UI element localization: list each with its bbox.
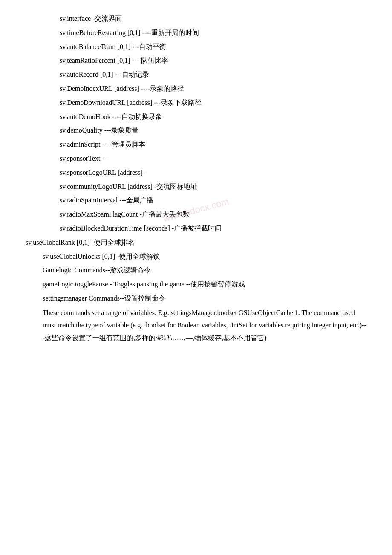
line-sv-communitylogourl: sv.communityLogoURL [address] -交流图标地址: [26, 181, 366, 193]
line-gamelogic-togglepause: gameLogic.togglePause - Toggles pausing …: [26, 278, 366, 291]
line-sv-adminscript: sv.adminScript ----管理员脚本: [26, 139, 366, 151]
main-content: sv.interface -交流界面 sv.timeBeforeRestarti…: [26, 13, 366, 344]
line-sv-sponsorlogourl: sv.sponsorLogoURL [address] -: [26, 167, 366, 179]
line-sv-interface: sv.interface -交流界面: [26, 13, 366, 25]
line-sv-useglobalunlocks: sv.useGlobalUnlocks [0,1] -使用全球解锁: [26, 251, 366, 263]
line-sv-radiospaminterval: sv.radioSpamInterval ---全局广播: [26, 194, 366, 207]
line-gamelogic-commands: Gamelogic Commands--游戏逻辑命令: [26, 264, 366, 277]
line-sv-sponsortext: sv.sponsorText ---: [26, 153, 366, 165]
line-sv-demodownload: sv.DemoDownloadURL [address] ---录象下载路径: [26, 97, 366, 109]
line-sv-autorecord: sv.autoRecord [0,1] ---自动记录: [26, 69, 366, 81]
line-sv-autodemohook: sv.autoDemoHook ----自动切换录象: [26, 111, 366, 123]
line-sv-demoquality: sv.demoQuality ---录象质量: [26, 124, 366, 137]
line-sv-radiomaxspam: sv.radioMaxSpamFlagCount -广播最大丢包数: [26, 208, 366, 221]
line-sv-useglobalrank: sv.useGlobalRank [0,1] -使用全球排名: [26, 237, 366, 249]
line-sv-autobalance: sv.autoBalanceTeam [0,1] ---自动平衡: [26, 41, 366, 53]
paragraph-settingsmanager-desc: These commands set a range of variables.…: [26, 306, 366, 344]
line-sv-radioblocked: sv.radioBlockedDurationTime [seconds] -广…: [26, 223, 366, 235]
line-sv-timebefore: sv.timeBeforeRestarting [0,1] ----重新开局的时…: [26, 27, 366, 39]
line-sv-demoindex: sv.DemoIndexURL [address] ----录象的路径: [26, 83, 366, 95]
line-settingsmanager-commands: settingsmanager Commands--设置控制命令: [26, 292, 366, 305]
line-sv-teamratio: sv.teamRatioPercent [0,1] ----队伍比率: [26, 55, 366, 67]
